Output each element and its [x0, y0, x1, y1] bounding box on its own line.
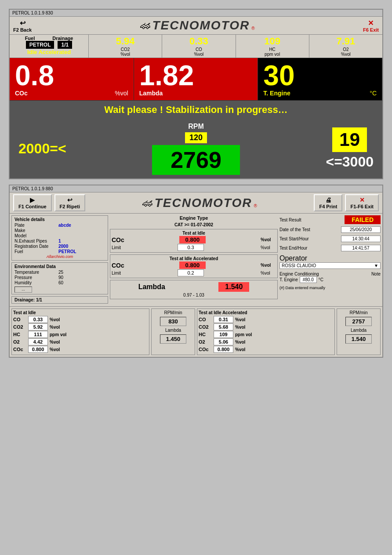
coc-idle-label: COc — [112, 236, 124, 243]
drainage-text: Allarchivio.com — [15, 254, 105, 259]
ares-co-label: CO — [199, 317, 212, 322]
fuel-value: PETROL — [26, 41, 54, 49]
o2-label: O2 — [343, 47, 348, 52]
make-label: Make — [15, 228, 58, 233]
accel-results-header: Test at Idle Accelerated — [199, 310, 333, 315]
plate-value: abcde — [58, 223, 71, 228]
res-o2-unit: %vol — [50, 340, 69, 345]
ares-o2-value: 5.06 — [214, 338, 233, 345]
bottom-logo-registered: ® — [254, 203, 257, 208]
end-label: Test End/Hour — [279, 246, 307, 250]
lambda-result-value: 1.450 — [160, 334, 186, 344]
tengine-cond-unit: °C — [319, 277, 323, 282]
tengine-cond-label: T. Engine — [279, 277, 298, 282]
bottom-logo-helmet-icon: 🏎 — [142, 197, 153, 209]
hc-reading: 109 HC ppm vol — [236, 35, 309, 58]
res-coc-label: COc — [13, 347, 26, 352]
ripeti-icon: ↩ — [67, 196, 73, 203]
hc-value: 109 — [264, 36, 280, 47]
print-icon: 🖨 — [325, 196, 331, 203]
res-hc-unit: ppm vol — [50, 332, 69, 337]
ares-o2-label: O2 — [199, 339, 212, 345]
o2-unit: %vol — [341, 52, 351, 57]
plate-label: Plate — [15, 223, 58, 228]
res-co-unit: %vol — [50, 317, 69, 322]
res-coc-unit: %vol — [50, 347, 69, 352]
limit-idle-label: Limit — [112, 245, 121, 250]
res-hc-value: 111 — [28, 331, 48, 338]
vehicle-details-section: Vehicle details Plate abcde Make Model — [11, 215, 108, 261]
start-label: Test Start/Hour — [279, 236, 309, 241]
limit-accel-value: 0.2 — [178, 269, 204, 276]
exhaust-value: 1 — [58, 239, 61, 243]
f4-print-button[interactable]: 🖨 F4 Print — [314, 194, 342, 211]
coc-accel-unit: %vol — [261, 263, 276, 268]
idle-results-header: Test at Idle — [13, 310, 148, 315]
bottom-logo-text: TECNOMOTOR — [155, 196, 252, 210]
logo: 🏎 TECNOMOTOR ® — [140, 18, 255, 33]
res-co2-value: 5.92 — [28, 323, 48, 330]
test-idle-accel-header: Test at Idle Accelerated — [112, 256, 276, 261]
limit-accel-label: Limit — [112, 271, 121, 276]
ares-coc-value: 0.800 — [214, 346, 233, 353]
res-co-label: CO — [13, 317, 26, 322]
hc-unit: ppm vol — [265, 52, 280, 57]
co2-label: CO2 — [121, 47, 130, 52]
rpm-counter-badge: 19 — [332, 127, 367, 152]
coc-accel-label: COc — [112, 262, 124, 269]
env-edit-button[interactable]: ... — [15, 287, 32, 293]
logo-helmet-icon: 🏎 — [140, 19, 151, 32]
o2-value: 7.91 — [336, 36, 355, 47]
ares-hc-unit: ppm vol — [235, 332, 255, 337]
coc-idle-unit: %vol — [261, 237, 276, 242]
start-value: 14:30:44 — [341, 236, 381, 242]
exhaust-label: N.Exhaust Pipes — [15, 239, 58, 243]
limit-idle-value: 0.3 — [178, 244, 204, 251]
lambda-big-value: 1.82 — [139, 62, 253, 90]
lambda-range: 0.97 - 1.03 — [112, 293, 276, 297]
manual-note: (#) Data entered manually — [279, 286, 381, 290]
f1-continue-button[interactable]: ▶ F1 Continue — [13, 194, 52, 211]
res-coc-value: 0.800 — [28, 346, 48, 353]
o2-reading: 7.91 O2 %vol — [309, 35, 382, 58]
coc-accel-value: 0.800 — [179, 261, 206, 269]
dropdown-arrow-icon: ▼ — [374, 263, 378, 268]
res-co-value: 0.33 — [28, 316, 48, 323]
limit-idle-unit: %vol — [261, 245, 276, 250]
res-hc-label: HC — [13, 332, 26, 337]
co2-value: 5.94 — [116, 36, 135, 47]
model-label: Model — [15, 233, 58, 238]
f1f6-exit-button[interactable]: ✕ F1-F6 Exit — [345, 194, 379, 211]
env-data-section: Environmental Data Temperature 25 Pressu… — [11, 262, 108, 294]
rpm-badge: 120 — [185, 132, 207, 143]
tengine-unit: °C — [370, 90, 377, 97]
operator-value: ROSSI CLAUDIO — [282, 263, 316, 268]
date-value: 25/06/2020 — [341, 226, 381, 233]
operator-dropdown[interactable]: ROSSI CLAUDIO ▼ — [279, 262, 381, 269]
ares-coc-label: COc — [199, 347, 212, 352]
wait-message: Wait please ! Stabilization in progress… — [10, 100, 382, 119]
rpm-result-label: RPM/min — [164, 310, 182, 315]
ares-hc-value: 109 — [214, 331, 233, 338]
continue-icon: ▶ — [30, 196, 35, 203]
lambda-name: Lambda — [139, 90, 163, 97]
vehicle-section-title: Vehicle details — [15, 217, 105, 222]
f2-ripeti-button[interactable]: ↩ F2 Ripeti — [54, 194, 85, 211]
cat-date: CAT >= 01-07-2002 — [110, 222, 278, 227]
test-result-label: Test Result — [279, 218, 301, 222]
idle-rpm-col: RPM/min 830 Lambda 1.450 — [151, 308, 195, 355]
arpm-result-label: RPM/min — [349, 310, 367, 315]
exit-button[interactable]: ✕ F6 Exit — [363, 19, 379, 33]
idle-results-col: Test at Idle CO 0.33 %vol CO2 5.92 %vol … — [11, 308, 149, 355]
bottom-fuel-label: Fuel — [15, 249, 58, 254]
ares-o2-unit: %vol — [235, 340, 255, 345]
bottom-title-bar: PETROL 1.0.1.9 880 — [10, 185, 382, 192]
tengine-cond-value: #80.0 — [300, 276, 317, 283]
co2-unit: %vol — [120, 52, 130, 57]
back-button[interactable]: ↩ F2 Back — [13, 19, 32, 33]
idle-accel-label: Idle Accelerated — [27, 49, 71, 55]
test-idle-header: Test at Idle — [112, 231, 276, 236]
ares-co-value: 0.31 — [214, 316, 233, 323]
co-reading: 0.33 CO %vol — [162, 35, 236, 58]
logo-registered: ® — [251, 26, 254, 31]
